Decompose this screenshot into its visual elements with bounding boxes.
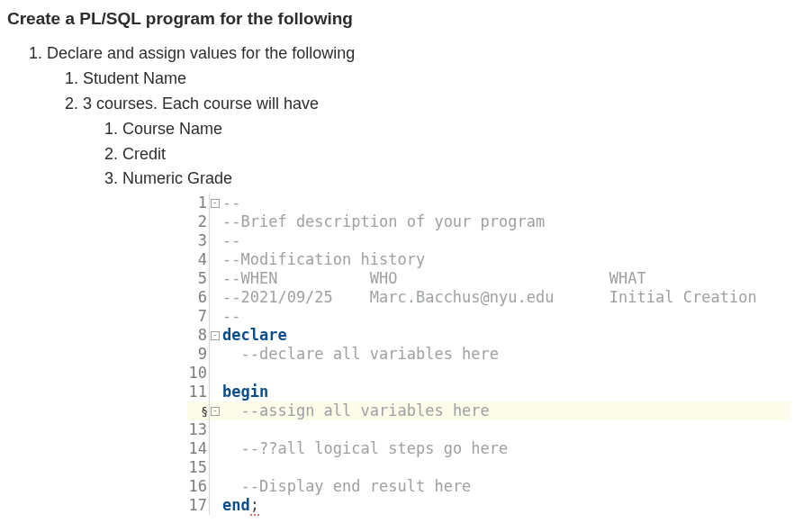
code-blank (221, 364, 790, 383)
line-number: 10 (187, 364, 210, 383)
code-keyword: begin (222, 383, 268, 401)
line-number: 2 (187, 212, 210, 231)
code-line-13: 13 (187, 420, 790, 439)
fold-toggle-icon[interactable]: - (210, 194, 221, 212)
fold-spacer (210, 307, 221, 326)
task-inner-3: Numeric Grade (122, 167, 796, 192)
task-item-1-text: Declare and assign values for the follow… (47, 44, 355, 62)
code-comment: --Brief description of your program (222, 212, 545, 230)
bookmark-icon[interactable]: § (187, 401, 210, 420)
task-subitem-2: 3 courses. Each course will have Course … (83, 92, 796, 193)
task-inner-1: Course Name (122, 117, 796, 142)
code-keyword: declare (222, 326, 287, 344)
code-editor: 1 - -- 2 --Brief description of your pro… (187, 194, 790, 515)
line-number: 17 (187, 496, 210, 515)
code-punct: ; (250, 496, 259, 516)
fold-spacer (210, 439, 221, 458)
line-number: 16 (187, 477, 210, 496)
task-item-1: Declare and assign values for the follow… (47, 41, 796, 192)
code-line-1: 1 - -- (187, 194, 790, 212)
code-blank (221, 458, 790, 477)
fold-spacer (210, 477, 221, 496)
fold-spacer (210, 420, 221, 439)
code-line-15: 15 (187, 458, 790, 477)
code-line-6: 6 --2021/09/25 Marc.Bacchus@nyu.edu Init… (187, 288, 790, 307)
line-number: 6 (187, 288, 210, 307)
task-inner-2: Credit (122, 142, 796, 167)
line-number: 8 (187, 326, 210, 345)
task-list: Declare and assign values for the follow… (7, 41, 796, 192)
line-number: 3 (187, 231, 210, 250)
line-number: 11 (187, 383, 210, 401)
code-line-17: 17 end; (187, 496, 790, 515)
fold-spacer (210, 212, 221, 231)
line-number: 4 (187, 250, 210, 269)
task-subitem-1: Student Name (83, 67, 796, 92)
code-line-10: 10 (187, 364, 790, 383)
line-number: 9 (187, 345, 210, 364)
code-line-4: 4 --Modification history (187, 250, 790, 269)
line-number: 5 (187, 269, 210, 288)
task-sublist: Student Name 3 courses. Each course will… (47, 67, 796, 192)
code-blank (221, 420, 790, 439)
fold-toggle-icon[interactable]: - (210, 401, 221, 420)
code-line-11: 11 begin (187, 383, 790, 401)
code-comment: -- (222, 194, 240, 212)
line-number: 15 (187, 458, 210, 477)
code-line-8: 8 - declare (187, 326, 790, 345)
code-line-2: 2 --Brief description of your program (187, 212, 790, 231)
code-comment: -- (222, 307, 240, 325)
line-number: 13 (187, 420, 210, 439)
page-title: Create a PL/SQL program for the followin… (7, 9, 796, 29)
code-line-12: § - --assign all variables here (187, 401, 790, 420)
code-comment: --assign all variables here (240, 401, 489, 419)
task-innerlist: Course Name Credit Numeric Grade (83, 117, 796, 193)
code-keyword: end (222, 496, 250, 514)
code-comment: --declare all variables here (240, 345, 499, 363)
fold-spacer (210, 345, 221, 364)
document-page: Create a PL/SQL program for the followin… (0, 0, 803, 515)
code-line-3: 3 -- (187, 231, 790, 250)
fold-spacer (210, 288, 221, 307)
code-comment: --Modification history (222, 250, 425, 268)
code-comment: --Display end result here (240, 477, 471, 495)
line-number: 14 (187, 439, 210, 458)
line-number: 1 (187, 194, 210, 212)
code-line-9: 9 --declare all variables here (187, 345, 790, 364)
code-comment: --??all logical steps go here (240, 439, 508, 457)
fold-spacer (210, 496, 221, 515)
fold-toggle-icon[interactable]: - (210, 326, 221, 345)
fold-spacer (210, 250, 221, 269)
code-line-5: 5 --WHEN WHO WHAT (187, 269, 790, 288)
code-line-14: 14 --??all logical steps go here (187, 439, 790, 458)
code-comment: --2021/09/25 Marc.Bacchus@nyu.edu Initia… (222, 288, 757, 306)
code-comment: -- (222, 231, 240, 249)
fold-spacer (210, 383, 221, 401)
code-line-7: 7 -- (187, 307, 790, 326)
fold-spacer (210, 458, 221, 477)
fold-spacer (210, 231, 221, 250)
task-subitem-2-text: 3 courses. Each course will have (83, 95, 319, 113)
line-number: 7 (187, 307, 210, 326)
fold-spacer (210, 269, 221, 288)
code-line-16: 16 --Display end result here (187, 477, 790, 496)
fold-spacer (210, 364, 221, 383)
code-comment: --WHEN WHO WHAT (222, 269, 646, 287)
